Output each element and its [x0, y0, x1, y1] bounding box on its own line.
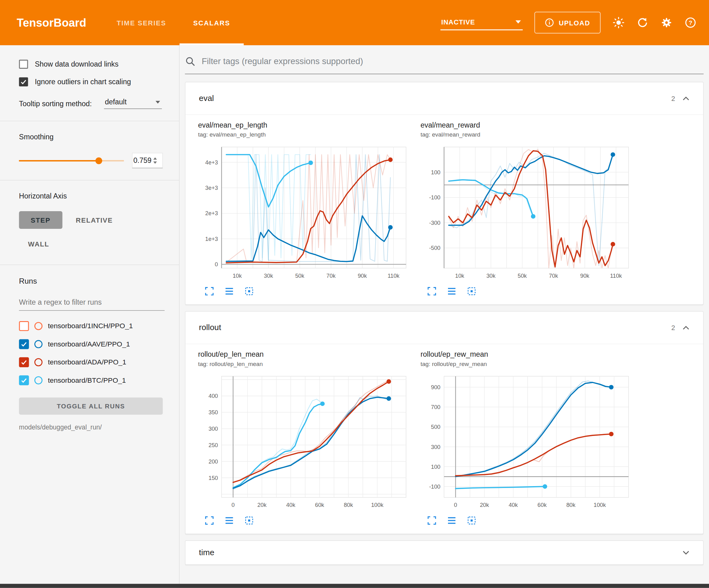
run-color-swatch[interactable] — [34, 376, 43, 384]
smoothing-slider[interactable] — [19, 157, 124, 164]
chevron-up-icon[interactable] — [682, 326, 689, 330]
refresh-icon[interactable] — [636, 17, 648, 28]
chart-canvas[interactable]: 020k40k60k80k100k-100100300500700900 — [420, 371, 633, 512]
run-checkbox[interactable] — [19, 357, 29, 367]
data-table-icon[interactable] — [224, 286, 234, 296]
data-table-icon[interactable] — [447, 286, 457, 296]
fullscreen-icon[interactable] — [427, 286, 437, 296]
svg-text:300: 300 — [431, 444, 440, 450]
svg-text:100: 100 — [431, 169, 440, 176]
fit-domain-icon[interactable] — [467, 286, 476, 296]
svg-text:40k: 40k — [286, 502, 295, 508]
chevron-down-icon[interactable] — [682, 550, 689, 555]
sidebar-divider — [0, 264, 179, 265]
run-path-label: models/debugged_eval_run/ — [19, 424, 179, 431]
section-count-badge: 2 — [671, 95, 675, 102]
run-label: tensorboard/BTC/PPO_1 — [48, 376, 126, 384]
status-dropdown[interactable]: INACTIVE — [440, 15, 523, 30]
smoothing-slider-knob[interactable] — [95, 157, 102, 164]
run-color-swatch[interactable] — [34, 358, 43, 366]
tooltip-sorting-select[interactable]: default — [104, 98, 162, 109]
fullscreen-icon[interactable] — [427, 515, 437, 526]
chevron-up-icon[interactable] — [682, 96, 689, 101]
brightness-icon[interactable] — [612, 17, 625, 28]
upload-button[interactable]: UPLOAD — [534, 12, 601, 33]
tensorboard-app: TensorBoard TIME SERIES SCALARS INACTIVE… — [0, 0, 709, 588]
fullscreen-icon[interactable] — [204, 286, 214, 296]
run-row[interactable]: tensorboard/BTC/PPO_1 — [19, 371, 179, 389]
tag-filter-input[interactable] — [202, 57, 703, 67]
axis-wall-button[interactable]: WALL — [19, 235, 58, 253]
axis-step-button[interactable]: STEP — [19, 211, 62, 229]
svg-text:700: 700 — [431, 404, 440, 410]
section-rollout-header[interactable]: rollout 2 — [185, 311, 703, 344]
toggle-all-runs-button[interactable]: TOGGLE ALL RUNS — [19, 398, 162, 415]
svg-text:200: 200 — [209, 458, 218, 465]
chart-tag: tag: rollout/ep_rew_mean — [420, 360, 643, 367]
svg-text:0: 0 — [454, 502, 457, 508]
fit-domain-icon[interactable] — [244, 286, 254, 296]
tab-time-series[interactable]: TIME SERIES — [103, 0, 180, 45]
svg-text:400: 400 — [209, 393, 218, 399]
run-row[interactable]: tensorboard/AAVE/PPO_1 — [19, 335, 179, 353]
svg-text:4e+3: 4e+3 — [205, 159, 218, 165]
runs-filter-input[interactable] — [19, 296, 164, 311]
chart-title: eval/mean_ep_length — [198, 121, 421, 129]
svg-text:100: 100 — [431, 463, 440, 470]
run-color-swatch[interactable] — [34, 340, 43, 348]
svg-text:900: 900 — [431, 384, 440, 390]
ignore-outliers-row[interactable]: Ignore outliers in chart scaling — [19, 77, 179, 86]
app-header: TensorBoard TIME SERIES SCALARS INACTIVE… — [0, 0, 709, 45]
main-tabs: TIME SERIES SCALARS — [103, 0, 244, 45]
data-table-icon[interactable] — [224, 515, 234, 526]
svg-text:150: 150 — [209, 475, 218, 481]
chart-canvas[interactable]: 020k40k60k80k100k150200250300350400 — [198, 371, 411, 512]
svg-text:60k: 60k — [315, 502, 324, 508]
svg-text:2e+3: 2e+3 — [205, 210, 218, 216]
run-label: tensorboard/1INCH/PPO_1 — [48, 322, 133, 330]
run-checkbox[interactable] — [19, 375, 29, 385]
svg-text:350: 350 — [209, 409, 218, 415]
chart-toolbar — [198, 512, 421, 531]
tooltip-sorting-value: default — [105, 98, 127, 106]
chevron-down-icon — [155, 101, 160, 104]
tooltip-sorting-label: Tooltip sorting method: — [19, 99, 97, 109]
data-table-icon[interactable] — [447, 515, 457, 526]
svg-text:?: ? — [688, 20, 692, 26]
svg-text:30k: 30k — [487, 273, 496, 279]
axis-relative-button[interactable]: RELATIVE — [67, 211, 122, 229]
dashboard-main: eval 2 eval/mean_ep_length tag: eval/mea… — [180, 45, 709, 588]
stepper-arrows-icon[interactable] — [153, 157, 157, 163]
section-time-header[interactable]: time — [185, 541, 703, 564]
svg-text:100k: 100k — [371, 502, 384, 508]
chart-tag: tag: eval/mean_reward — [420, 131, 643, 138]
run-checkbox[interactable] — [19, 339, 29, 349]
fullscreen-icon[interactable] — [204, 515, 214, 526]
chart-canvas[interactable]: 10k30k50k70k90k110k01e+32e+33e+34e+3 — [198, 142, 411, 283]
svg-text:0: 0 — [232, 502, 235, 508]
run-color-swatch[interactable] — [34, 322, 43, 330]
svg-text:80k: 80k — [344, 502, 353, 508]
settings-gear-icon[interactable] — [660, 17, 672, 28]
run-row[interactable]: tensorboard/ADA/PPO_1 — [19, 353, 179, 371]
tab-scalars[interactable]: SCALARS — [180, 0, 244, 45]
run-checkbox[interactable] — [19, 321, 29, 331]
chart-toolbar — [420, 283, 643, 302]
show-download-label: Show data download links — [35, 60, 118, 68]
fit-domain-icon[interactable] — [244, 515, 254, 526]
svg-text:-100: -100 — [429, 483, 441, 490]
fit-domain-icon[interactable] — [467, 515, 476, 526]
chart-canvas[interactable]: 10k30k50k70k90k110k100-100-300-500 — [420, 142, 633, 283]
section-eval-header[interactable]: eval 2 — [185, 82, 703, 115]
show-download-links-row[interactable]: Show data download links — [19, 60, 179, 69]
svg-text:60k: 60k — [537, 502, 547, 508]
help-icon[interactable]: ? — [684, 17, 696, 28]
run-row[interactable]: tensorboard/1INCH/PPO_1 — [19, 317, 179, 335]
svg-text:1e+3: 1e+3 — [205, 236, 218, 242]
run-label: tensorboard/AAVE/PPO_1 — [48, 340, 130, 348]
section-time: time — [185, 540, 703, 565]
ignore-outliers-checkbox[interactable] — [19, 77, 28, 86]
section-title: eval — [199, 94, 214, 103]
smoothing-value-input[interactable] — [133, 156, 153, 164]
show-download-checkbox[interactable] — [19, 60, 28, 69]
